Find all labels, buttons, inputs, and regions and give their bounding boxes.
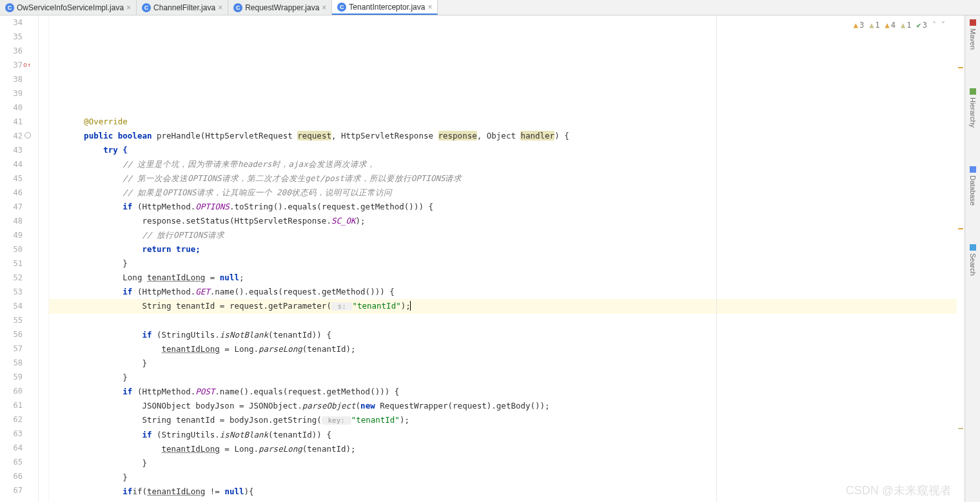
line-number[interactable]: 47	[0, 200, 23, 214]
java-class-icon: C	[337, 3, 346, 12]
code-line: @Override	[64, 117, 128, 126]
line-number[interactable]: 42	[0, 129, 23, 143]
line-number[interactable]: 38	[0, 72, 23, 86]
line-number[interactable]: 48	[0, 214, 23, 228]
code-line: if (StringUtils.isNotBlank(tenantId)) {	[64, 430, 331, 439]
line-gutter[interactable]: 34353637o↑383940414243444546474849505152…	[0, 15, 39, 502]
override-gutter-icon[interactable]: o↑	[23, 58, 31, 72]
warning-count-icon[interactable]: 4	[885, 18, 896, 32]
line-number[interactable]: 49	[0, 228, 23, 242]
maven-icon	[970, 19, 976, 26]
code-line: // 第一次会发送OPTIONS请求，第二次才会发生get/post请求，所以要…	[64, 173, 462, 183]
stripe-warning-marker[interactable]	[958, 67, 963, 68]
weak-warning-icon[interactable]: 1	[901, 18, 911, 32]
line-number[interactable]: 45	[0, 171, 23, 186]
line-number[interactable]: 62	[0, 412, 23, 427]
code-line: }	[64, 258, 128, 268]
right-margin-line	[716, 15, 717, 502]
line-number[interactable]: 59	[0, 370, 23, 384]
line-number[interactable]: 46	[0, 186, 23, 200]
line-number[interactable]: 55	[0, 313, 23, 327]
code-area[interactable]: 3 1 4 1 3 ˄ ˅ @Override public boolean p…	[49, 15, 957, 502]
stripe-warning-marker[interactable]	[958, 228, 963, 229]
code-line: try {	[64, 145, 128, 155]
error-stripe[interactable]	[957, 15, 965, 502]
line-number[interactable]: 37o↑	[0, 58, 23, 72]
code-line: if (HttpMethod.POST.name().equals(reques…	[64, 387, 399, 396]
code-line: if (HttpMethod.OPTIONS.toString().equals…	[64, 202, 433, 211]
code-line: Long tenantIdLong = null;	[64, 273, 244, 282]
code-line: response.setStatus(HttpServletResponse.S…	[64, 216, 366, 226]
line-number[interactable]: 40	[0, 101, 23, 115]
search-icon	[970, 244, 976, 251]
line-number[interactable]: 51	[0, 256, 23, 271]
tab-label: RequestWrapper.java	[245, 3, 319, 12]
line-number[interactable]: 39	[0, 86, 23, 101]
line-number[interactable]: 34	[0, 15, 23, 30]
line-number[interactable]: 54	[0, 299, 23, 313]
tab-0[interactable]: COwServiceInfoServiceImpl.java×	[0, 0, 137, 15]
java-class-icon: C	[142, 3, 151, 12]
database-icon	[970, 166, 976, 173]
fold-strip[interactable]	[39, 15, 49, 502]
line-number[interactable]: 65	[0, 455, 23, 469]
tab-3[interactable]: CTenantInterceptor.java×	[332, 0, 438, 15]
tool-hierarchy[interactable]: Hierarchy	[969, 88, 977, 128]
stripe-weak-marker[interactable]	[958, 428, 963, 429]
line-number[interactable]: 60	[0, 384, 23, 398]
code-line: // 这里是个坑，因为带请来带headers时，ajax会发送两次请求，	[64, 159, 375, 169]
code-line: }	[64, 472, 128, 482]
tab-label: OwServiceInfoServiceImpl.java	[17, 3, 124, 12]
line-number[interactable]: 35	[0, 30, 23, 44]
line-number[interactable]: 66	[0, 469, 23, 483]
code-line: }	[64, 372, 128, 382]
tab-label: ChannelFilter.java	[153, 3, 215, 12]
line-number[interactable]: 56	[0, 327, 23, 342]
code-line: tenantIdLong = Long.parseLong(tenantId);	[64, 344, 356, 354]
inspection-indicators[interactable]: 3 1 4 1 3 ˄ ˅	[854, 18, 945, 32]
line-number[interactable]: 52	[0, 271, 23, 285]
line-number[interactable]: 63	[0, 427, 23, 441]
breakpoint-slot-icon[interactable]	[24, 132, 31, 139]
tool-maven[interactable]: Maven	[969, 19, 977, 50]
code-line: ifif(tenantIdLong != null){	[64, 487, 254, 496]
tab-label: TenantInterceptor.java	[349, 3, 425, 12]
tool-database[interactable]: Database	[969, 166, 977, 206]
tab-1[interactable]: CChannelFilter.java×	[137, 0, 228, 15]
close-icon[interactable]: ×	[126, 3, 131, 12]
code-line: // 放行OPTIONS请求	[64, 230, 224, 240]
tab-2[interactable]: CRequestWrapper.java×	[228, 0, 332, 15]
line-number[interactable]: 44	[0, 157, 23, 171]
no-errors-icon[interactable]: 3	[917, 18, 927, 32]
right-tool-bar: Maven Hierarchy Database Search	[965, 15, 980, 502]
next-highlight-icon[interactable]: ˅	[941, 18, 945, 32]
java-class-icon: C	[233, 3, 242, 12]
prev-highlight-icon[interactable]: ˄	[932, 18, 936, 32]
close-icon[interactable]: ×	[322, 3, 326, 12]
line-number[interactable]: 64	[0, 441, 23, 455]
line-number[interactable]: 58	[0, 356, 23, 370]
weak-warning-icon[interactable]: 1	[869, 18, 879, 32]
code-line: if (HttpMethod.GET.name().equals(request…	[64, 287, 395, 296]
line-number[interactable]: 36	[0, 44, 23, 58]
java-class-icon: C	[5, 3, 14, 12]
warning-count-icon[interactable]: 3	[854, 18, 864, 32]
code-line: }	[64, 458, 147, 468]
line-number[interactable]: 43	[0, 143, 23, 157]
code-line: tenantIdLong = Long.parseLong(tenantId);	[64, 444, 356, 454]
line-number[interactable]: 61	[0, 398, 23, 412]
code-line: if (StringUtils.isNotBlank(tenantId)) {	[64, 330, 331, 340]
line-number[interactable]: 57	[0, 342, 23, 356]
tool-search[interactable]: Search	[969, 244, 977, 276]
close-icon[interactable]: ×	[427, 3, 432, 12]
line-number[interactable]: 41	[0, 115, 23, 129]
code-line: String tenantId = bodyJson.getString( ke…	[64, 415, 409, 425]
code-line-current: String tenantId = request.getParameter( …	[49, 299, 957, 314]
code-line: public boolean preHandle(HttpServletRequ…	[64, 131, 569, 140]
editor-tabs: COwServiceInfoServiceImpl.java× CChannel…	[0, 0, 980, 15]
line-number[interactable]: 53	[0, 285, 23, 299]
close-icon[interactable]: ×	[218, 3, 222, 12]
code-line: return true;	[64, 244, 201, 254]
line-number[interactable]: 67	[0, 483, 23, 497]
line-number[interactable]: 50	[0, 242, 23, 256]
